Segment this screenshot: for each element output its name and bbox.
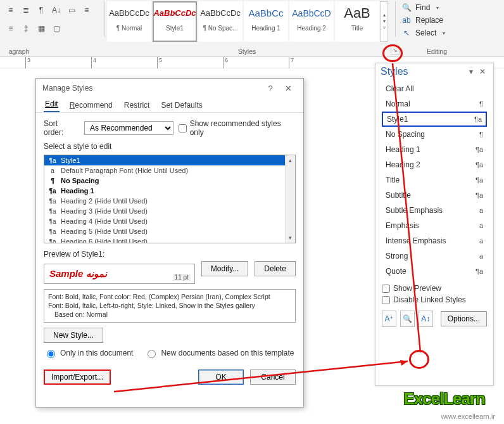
ribbon: ≡ ≣ ¶ A↓ ▭ ≡ ≡ ‡ ▦ ▢ AaBbCcDc¶ NormalAaB…	[0, 0, 504, 57]
dialog-titlebar: Manage Styles ? ✕	[36, 79, 303, 98]
styles-listbox[interactable]: ¶aStyle1aDefault Paragraph Font (Hide Un…	[44, 155, 296, 243]
pane-title: Styles	[381, 66, 465, 77]
show-recommended-checkbox[interactable]: Show recommended styles only	[179, 119, 296, 137]
list-item[interactable]: ¶aHeading 6 (Hide Until Used)	[44, 236, 285, 243]
import-export-button[interactable]: Import/Export...	[44, 369, 111, 385]
indent-icon[interactable]: ≡	[4, 22, 18, 35]
numbering-icon[interactable]: ≣	[19, 4, 33, 16]
pane-style-item[interactable]: Normal¶	[382, 96, 487, 112]
pane-style-item[interactable]: Emphasisa	[382, 218, 487, 233]
select-label: Select	[415, 29, 436, 37]
pane-style-item[interactable]: Title¶a	[382, 172, 487, 188]
help-button[interactable]: ?	[261, 84, 279, 93]
styles-pane: Styles ▾ ✕ Clear AllNormal¶Style1¶aNo Sp…	[375, 63, 494, 386]
watermark: www.excellearn.ir	[441, 413, 495, 420]
preview-box: Sample نمونه 11 pt	[44, 264, 195, 284]
find-label: Find	[415, 3, 430, 12]
ok-button[interactable]: OK	[198, 369, 244, 385]
list-item[interactable]: ¶aHeading 1	[44, 186, 285, 196]
pane-style-item[interactable]: Stronga	[382, 248, 487, 264]
select-style-label: Select a style to edit	[44, 142, 296, 151]
pane-style-item[interactable]: Heading 1¶a	[382, 142, 487, 157]
styles-gallery[interactable]: AaBbCcDc¶ NormalAaBbCcDcStyle1AaBbCcDc¶ …	[106, 0, 388, 43]
list-item[interactable]: ¶aHeading 5 (Hide Until Used)	[44, 226, 285, 236]
sort-order-label: Sort order:	[44, 119, 79, 137]
bullets-icon[interactable]: ≡	[4, 4, 18, 16]
group-label-paragraph: agraph	[0, 48, 38, 55]
pane-style-item[interactable]: Style1¶a	[382, 112, 487, 127]
preview-sample: Sample نمونه	[49, 268, 107, 279]
chevron-down-icon: ▾	[436, 5, 439, 11]
style-tile[interactable]: AaBbCcDc¶ Normal	[107, 1, 151, 42]
new-style-button[interactable]: New Style...	[44, 328, 103, 343]
align-icon[interactable]: ≡	[80, 4, 94, 16]
replace-button[interactable]: ab Replace	[401, 14, 495, 27]
tab-edit[interactable]: Edit	[44, 97, 60, 112]
pilcrow-icon[interactable]: ¶	[34, 4, 48, 16]
scrollbar[interactable]: ▴ ▾	[285, 155, 295, 243]
list-item[interactable]: ¶aHeading 4 (Hide Until Used)	[44, 216, 285, 226]
pane-close-button[interactable]: ✕	[477, 67, 488, 76]
style-tile[interactable]: AaBbCcDc¶ No Spac...	[198, 1, 243, 42]
cancel-button[interactable]: Cancel	[250, 369, 296, 385]
modify-button[interactable]: Modify...	[201, 261, 248, 276]
disable-linked-checkbox[interactable]: Disable Linked Styles	[382, 295, 487, 304]
chevron-down-icon: ▾	[443, 30, 445, 36]
borders-icon[interactable]: ▢	[49, 22, 63, 35]
replace-icon: ab	[401, 16, 412, 25]
scroll-up-icon[interactable]: ▴	[286, 155, 295, 165]
list-item[interactable]: ¶No Spacing	[44, 176, 285, 186]
style-tile[interactable]: AaBTitle	[335, 1, 379, 42]
logo: ExcelLearn	[403, 389, 485, 409]
scroll-down-icon[interactable]: ▾	[286, 233, 295, 243]
pane-style-item[interactable]: Intense Emphasisa	[382, 233, 487, 248]
pane-menu-button[interactable]: ▾	[465, 67, 477, 76]
editing-group: 🔍 Find ▾ ab Replace ↖ Select ▾	[398, 0, 499, 43]
show-preview-checkbox[interactable]: Show Preview	[382, 284, 487, 293]
find-button[interactable]: 🔍 Find ▾	[401, 1, 495, 14]
options-button[interactable]: Options...	[441, 311, 487, 326]
style-tile[interactable]: AaBbCcHeading 1	[244, 1, 288, 42]
close-button[interactable]: ✕	[279, 84, 297, 93]
pane-style-item[interactable]: Heading 2¶a	[382, 157, 487, 172]
search-icon: 🔍	[401, 3, 412, 12]
new-style-tool[interactable]: A⁺	[382, 311, 396, 327]
list-item[interactable]: ¶aHeading 2 (Hide Until Used)	[44, 196, 285, 206]
pane-style-item[interactable]: Subtle Emphasisa	[382, 203, 487, 218]
style-inspector-tool[interactable]: 🔍	[400, 311, 415, 327]
list-item[interactable]: ¶aHeading 3 (Hide Until Used)	[44, 206, 285, 216]
replace-label: Replace	[415, 16, 443, 25]
pane-style-item[interactable]: No Spacing¶	[382, 127, 487, 142]
pane-style-item[interactable]: Quote¶a	[382, 264, 487, 279]
manage-styles-tool[interactable]: A↕	[419, 311, 433, 327]
tab-recommend[interactable]: Recommend	[68, 98, 114, 112]
sort-order-select[interactable]: As Recommended	[84, 121, 173, 135]
style-description: Font: Bold, Italic, Font color: Red, (Co…	[44, 289, 296, 323]
preview-size: 11 pt	[173, 274, 191, 281]
group-label-styles: Styles	[222, 48, 272, 55]
pane-style-item[interactable]: Subtitle¶a	[382, 188, 487, 203]
select-button[interactable]: ↖ Select ▾	[401, 27, 495, 39]
scope-radios: Only in this document New documents base…	[44, 348, 296, 358]
sort-icon[interactable]: A↓	[49, 4, 63, 16]
tab-restrict[interactable]: Restrict	[123, 98, 151, 112]
styles-launcher[interactable]: ↘	[391, 46, 400, 55]
shading-icon[interactable]: ▭	[65, 4, 79, 16]
delete-button[interactable]: Delete	[255, 261, 296, 276]
linespacing-icon[interactable]: ‡	[19, 22, 33, 35]
gallery-more[interactable]: ▴▾▿	[380, 1, 388, 42]
list-item[interactable]: aDefault Paragraph Font (Hide Until Used…	[44, 165, 285, 176]
list-item[interactable]: ¶aStyle1	[44, 155, 285, 165]
style-tile[interactable]: AaBbCcDcStyle1	[153, 1, 197, 42]
dialog-title: Manage Styles	[42, 84, 92, 93]
cursor-icon: ↖	[401, 29, 412, 37]
preview-label: Preview of Style1:	[44, 250, 296, 259]
manage-styles-dialog: Manage Styles ? ✕ Edit Recommend Restric…	[35, 78, 304, 408]
radio-new-docs[interactable]: New documents based on this template	[144, 348, 294, 358]
tab-defaults[interactable]: Set Defaults	[160, 98, 203, 112]
radio-only-this-doc[interactable]: Only in this document	[44, 348, 133, 358]
style-tile[interactable]: AaBbCcDHeading 2	[289, 1, 334, 42]
pane-style-item[interactable]: Clear All	[382, 81, 487, 96]
paragraph-group: ≡ ≣ ¶ A↓ ▭ ≡ ≡ ‡ ▦ ▢	[0, 0, 104, 38]
bucket-icon[interactable]: ▦	[34, 22, 48, 35]
